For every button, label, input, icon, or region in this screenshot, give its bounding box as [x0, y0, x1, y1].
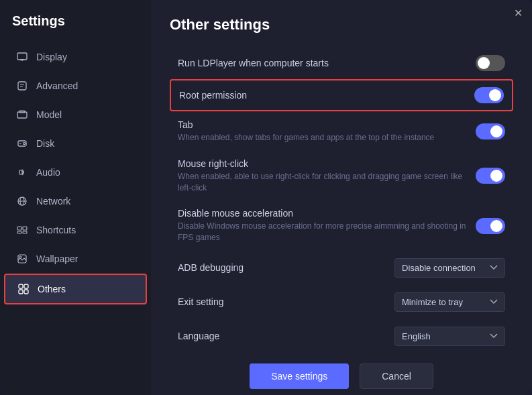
svg-rect-18: [23, 231, 27, 233]
sidebar-item-display[interactable]: Display: [4, 43, 147, 71]
setting-label-run-on-start: Run LDPlayer when computer starts: [178, 58, 476, 68]
network-icon: [16, 195, 28, 207]
setting-row-root-permission: Root permission: [170, 79, 513, 111]
setting-label-mouse-right-click: Mouse right-click: [178, 158, 476, 169]
sidebar-item-wallpaper-label: Wallpaper: [36, 253, 78, 264]
sidebar-item-network[interactable]: Network: [4, 187, 147, 215]
setting-row-tab: Tab When enabled, show tabs for games an…: [170, 113, 513, 150]
setting-desc-disable-mouse-acceleration: Disable Windows mouse acceleration for m…: [178, 221, 476, 243]
settings-list: Run LDPlayer when computer starts Root p…: [170, 48, 513, 353]
setting-row-mouse-right-click: Mouse right-click When enabled, able to …: [170, 152, 513, 201]
svg-rect-0: [17, 53, 27, 60]
svg-point-20: [19, 256, 21, 258]
disk-icon: [16, 137, 28, 150]
setting-row-disable-mouse-acceleration: Disable mouse acceleration Disable Windo…: [170, 201, 513, 250]
others-icon: [17, 283, 30, 295]
setting-label-disable-mouse-acceleration: Disable mouse acceleration: [178, 208, 476, 219]
toggle-mouse-right-click[interactable]: [476, 168, 505, 184]
sidebar-item-audio-label: Audio: [36, 167, 60, 178]
footer: Save settings Cancel: [170, 353, 513, 392]
display-icon: [16, 51, 28, 63]
toggle-tab[interactable]: [476, 123, 505, 139]
wallpaper-icon: [16, 253, 28, 265]
sidebar-item-model-label: Model: [36, 109, 62, 120]
sidebar-item-advanced-label: Advanced: [36, 80, 78, 91]
setting-row-language: Language English Chinese Japanese Korean…: [170, 320, 513, 353]
toggle-root-permission[interactable]: [474, 87, 504, 103]
setting-desc-tab: When enabled, show tabs for games and ap…: [178, 132, 476, 144]
language-select[interactable]: English Chinese Japanese Korean Spanish: [394, 327, 505, 346]
sidebar-item-shortcuts-label: Shortcuts: [36, 225, 76, 235]
svg-rect-17: [17, 231, 21, 233]
sidebar-item-wallpaper[interactable]: Wallpaper: [4, 245, 147, 273]
svg-rect-3: [18, 82, 26, 90]
setting-row-adb-debugging: ADB debugging Disable connection Open lo…: [170, 251, 513, 284]
svg-rect-23: [19, 290, 23, 294]
setting-label-tab: Tab: [178, 119, 476, 130]
sidebar-item-others-label: Others: [38, 284, 66, 294]
adb-debugging-select[interactable]: Disable connection Open local connection…: [394, 258, 505, 278]
setting-label-adb-debugging: ADB debugging: [178, 262, 244, 273]
setting-label-language: Language: [178, 331, 219, 341]
svg-rect-24: [24, 290, 28, 294]
svg-rect-11: [19, 170, 22, 174]
setting-row-exit-setting: Exit setting Minimize to tray Exit compl…: [170, 286, 513, 319]
sidebar: Settings Display Advanced: [0, 0, 151, 395]
setting-label-exit-setting: Exit setting: [178, 296, 223, 307]
sidebar-item-display-label: Display: [36, 52, 67, 62]
exit-setting-select[interactable]: Minimize to tray Exit completely Ask eve…: [394, 292, 505, 312]
model-icon: [16, 109, 28, 121]
sidebar-item-others[interactable]: Others: [4, 274, 147, 304]
sidebar-item-audio[interactable]: Audio: [4, 158, 147, 186]
svg-rect-16: [23, 227, 27, 230]
sidebar-title: Settings: [0, 13, 151, 42]
svg-rect-15: [17, 227, 21, 230]
svg-point-9: [23, 143, 25, 145]
save-button[interactable]: Save settings: [250, 363, 349, 389]
svg-rect-22: [24, 284, 28, 288]
setting-row-run-on-start: Run LDPlayer when computer starts: [170, 48, 513, 78]
settings-dialog: ✕ Settings Display Ad: [0, 0, 532, 395]
cancel-button[interactable]: Cancel: [360, 363, 433, 389]
svg-rect-21: [19, 284, 23, 288]
close-button[interactable]: ✕: [514, 7, 523, 19]
audio-icon: [16, 166, 28, 178]
page-title: Other settings: [170, 16, 513, 34]
toggle-run-on-start[interactable]: [476, 55, 505, 71]
shortcuts-icon: [16, 224, 28, 236]
toggle-disable-mouse-acceleration[interactable]: [476, 218, 505, 234]
setting-label-root-permission: Root permission: [179, 90, 474, 101]
sidebar-item-shortcuts[interactable]: Shortcuts: [4, 216, 147, 244]
setting-desc-mouse-right-click: When enabled, able to use right-click fo…: [178, 171, 476, 194]
sidebar-item-disk[interactable]: Disk: [4, 129, 147, 158]
sidebar-item-model[interactable]: Model: [4, 101, 147, 129]
sidebar-item-disk-label: Disk: [36, 138, 54, 149]
sidebar-item-network-label: Network: [36, 196, 70, 207]
main-content: Other settings Run LDPlayer when compute…: [151, 0, 532, 395]
advanced-icon: [16, 80, 28, 92]
sidebar-item-advanced[interactable]: Advanced: [4, 72, 147, 100]
